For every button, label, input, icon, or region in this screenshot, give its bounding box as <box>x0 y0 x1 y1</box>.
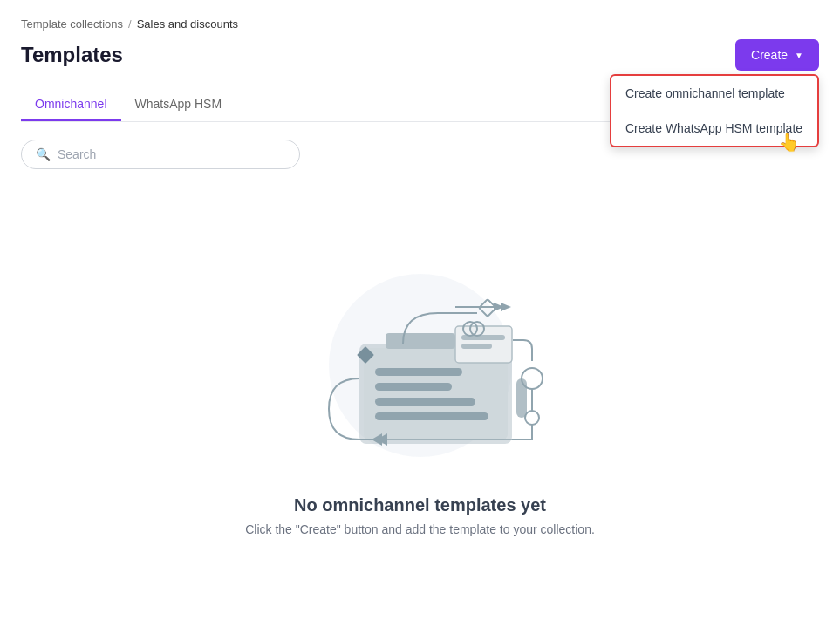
chevron-down-icon: ▼ <box>795 51 803 60</box>
search-icon: 🔍 <box>36 147 51 161</box>
search-wrapper: 🔍 <box>21 140 300 169</box>
breadcrumb-parent-link[interactable]: Template collections <box>21 17 123 31</box>
empty-illustration <box>255 230 586 474</box>
svg-rect-4 <box>375 383 452 391</box>
tab-omnichannel[interactable]: Omnichannel <box>21 88 121 121</box>
empty-state: No omnichannel templates yet Click the "… <box>21 195 819 589</box>
svg-point-12 <box>525 411 539 425</box>
search-input[interactable] <box>58 147 285 161</box>
svg-rect-6 <box>375 412 488 420</box>
svg-rect-7 <box>386 333 455 349</box>
svg-rect-21 <box>516 378 527 418</box>
breadcrumb-separator: / <box>128 17 132 31</box>
create-dropdown-menu: Create omnichannel template Create Whats… <box>610 74 819 147</box>
page-container: Template collections / Sales and discoun… <box>0 0 840 606</box>
create-button[interactable]: Create ▼ <box>735 39 819 71</box>
page-header: Templates Create ▼ Create omnichannel te… <box>21 39 819 71</box>
create-whatsapp-hsm-template-item[interactable]: Create WhatsApp HSM template <box>611 111 817 146</box>
create-button-label: Create <box>751 48 788 62</box>
create-omnichannel-template-item[interactable]: Create omnichannel template <box>611 76 817 111</box>
empty-state-subtitle: Click the "Create" button and add the te… <box>245 522 595 536</box>
tab-whatsapp-hsm[interactable]: WhatsApp HSM <box>121 88 236 121</box>
breadcrumb: Template collections / Sales and discoun… <box>21 17 819 31</box>
svg-rect-10 <box>461 344 492 349</box>
page-title: Templates <box>21 43 123 67</box>
svg-rect-5 <box>375 398 475 406</box>
create-button-container: Create ▼ Create omnichannel template Cre… <box>735 39 819 71</box>
empty-state-title: No omnichannel templates yet <box>294 495 546 515</box>
svg-rect-3 <box>375 368 462 376</box>
svg-marker-14 <box>501 303 511 311</box>
breadcrumb-current: Sales and discounts <box>137 17 238 31</box>
